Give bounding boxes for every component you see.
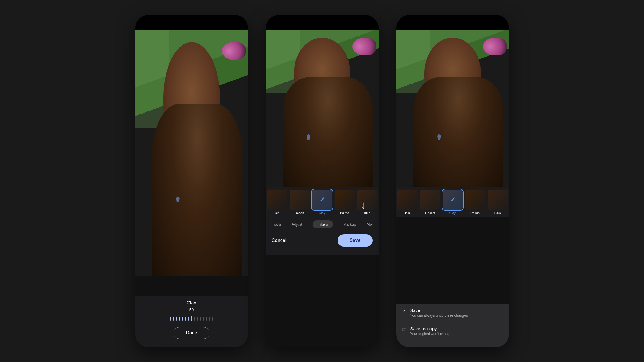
photo-flowers-3 <box>483 38 507 55</box>
filter-thumb-desert-3 <box>420 190 440 210</box>
filter-thumb-clay-3: ✓ <box>443 190 463 210</box>
photo-body-3 <box>413 77 503 187</box>
save-menu-text-save: Save You can always undo these changes <box>410 308 468 318</box>
filter-label-palma: Palma <box>340 211 349 215</box>
toolbar-adjust[interactable]: Adjust <box>292 222 302 227</box>
slider-ticks-1 <box>169 316 214 321</box>
filter-label-palma-3: Palma <box>470 211 480 215</box>
filter-thumb-blush-3 <box>488 190 508 210</box>
filters-panel-3: Isla Desert ✓ Clay <box>396 187 509 217</box>
save-button[interactable]: Save <box>338 234 372 247</box>
photo-flowers-1 <box>222 42 246 60</box>
status-bar-2 <box>266 15 379 30</box>
toolbar-more[interactable]: Mo <box>367 222 372 227</box>
filter-item-palma-3[interactable]: Palma <box>464 190 486 215</box>
copy-icon: ⧉ <box>402 327 406 333</box>
filter-label-isla-3: Isla <box>405 211 410 215</box>
save-check-icon: ✓ <box>402 308 406 314</box>
save-copy-title: Save as copy <box>410 326 452 331</box>
filters-panel-2: Isla Desert ✓ Cl <box>266 187 379 255</box>
filter-label-blush: Blus <box>364 211 370 215</box>
done-button[interactable]: Done <box>174 327 209 339</box>
filter-label-blush-3: Blus <box>494 211 501 215</box>
filter-thumb-palma <box>335 190 355 210</box>
save-copy-subtitle: Your original won't change <box>410 332 452 336</box>
slider-track-1[interactable] <box>156 315 227 323</box>
clay-check-overlay-3: ✓ <box>443 190 463 210</box>
filter-thumb-blush <box>357 190 377 210</box>
filter-item-desert-3[interactable]: Desert <box>419 190 441 215</box>
arrow-down-icon: ↓ <box>361 200 367 210</box>
phone-frame-3: Isla Desert ✓ Clay <box>396 15 509 347</box>
photo-area-2 <box>266 30 379 187</box>
save-subtitle: You can always undo these changes <box>410 313 468 318</box>
photo-flowers-2 <box>352 38 376 55</box>
photo-body-2 <box>283 77 373 187</box>
save-menu-item-copy[interactable]: ⧉ Save as copy Your original won't chang… <box>396 322 509 340</box>
filter-item-clay[interactable]: ✓ Clay <box>311 190 333 215</box>
save-title: Save <box>410 308 468 313</box>
status-bar-3 <box>396 15 509 30</box>
filter-item-isla[interactable]: Isla <box>266 190 288 215</box>
filter-item-desert[interactable]: Desert <box>288 190 311 215</box>
filter-thumb-isla <box>267 190 287 210</box>
photo-area-3 <box>396 30 509 187</box>
save-menu-text-copy: Save as copy Your original won't change <box>410 326 452 336</box>
filter-item-clay-3[interactable]: ✓ Clay <box>441 190 464 215</box>
photo-body-1 <box>152 104 242 276</box>
filters-strip-3: Isla Desert ✓ Clay <box>396 187 509 217</box>
filter-item-blush[interactable]: Blus <box>356 190 379 215</box>
filter-thumb-desert <box>290 190 310 210</box>
filter-thumb-clay: ✓ <box>312 190 332 210</box>
photo-area-1 <box>135 30 248 276</box>
filter-item-blush-3[interactable]: Blus <box>486 190 509 215</box>
filter-thumb-palma-3 <box>465 190 485 210</box>
screenshots-container: Clay 50 <box>135 15 509 347</box>
filter-thumb-isla-3 <box>397 190 418 210</box>
filter-label-isla: Isla <box>274 211 279 215</box>
bottom-panel-1: Clay 50 <box>135 296 248 347</box>
toolbar-tools[interactable]: Tools <box>272 222 281 227</box>
filter-item-isla-3[interactable]: Isla <box>396 190 419 215</box>
cancel-button[interactable]: Cancel <box>272 238 287 243</box>
toolbar-2: Tools Adjust Filters Markup Mo <box>266 217 379 231</box>
bottom-actions-2: Cancel Save <box>266 231 379 255</box>
clay-check-icon-3: ✓ <box>450 196 455 204</box>
phone-frame-1: Clay 50 <box>135 15 248 347</box>
menu-bottom-spacer <box>396 340 509 347</box>
toolbar-filters[interactable]: Filters <box>313 220 333 228</box>
filter-label-desert-3: Desert <box>425 211 435 215</box>
filter-label-clay: Clay <box>319 211 325 215</box>
save-menu-item-save[interactable]: ✓ Save You can always undo these changes <box>396 304 509 322</box>
phone-frame-2: Isla Desert ✓ Cl <box>266 15 379 347</box>
clay-check-overlay: ✓ <box>312 190 332 210</box>
save-menu: ✓ Save You can always undo these changes… <box>396 304 509 347</box>
toolbar-markup[interactable]: Markup <box>343 222 356 227</box>
filter-label-desert: Desert <box>295 211 304 215</box>
filter-name-1: Clay <box>187 300 196 306</box>
slider-value-1: 50 <box>189 307 194 312</box>
filter-item-palma[interactable]: Palma <box>333 190 356 215</box>
clay-check-icon: ✓ <box>319 196 325 204</box>
filter-label-clay-3: Clay <box>449 211 456 215</box>
